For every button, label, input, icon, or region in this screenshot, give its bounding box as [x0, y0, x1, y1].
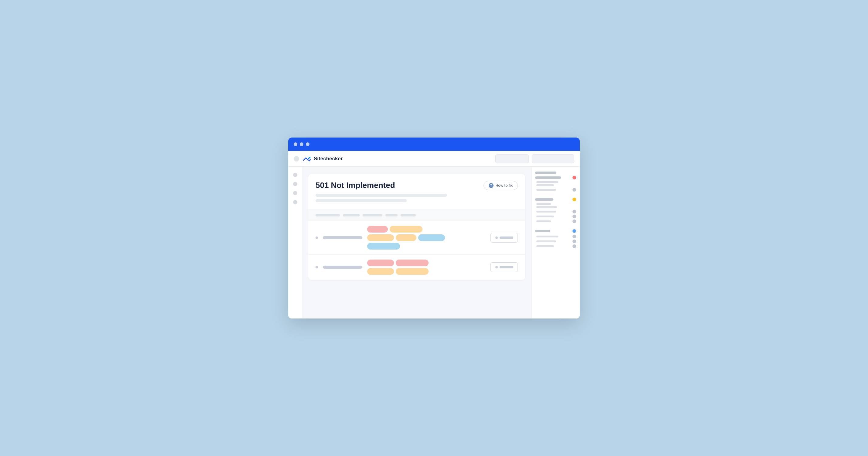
- sidebar-item-4[interactable]: [293, 200, 297, 204]
- panel-status-dot-orange: [572, 198, 576, 201]
- action-btn-icon-2: [495, 266, 498, 268]
- tag-orange-1: [390, 226, 423, 233]
- tag-pink-2: [367, 260, 394, 266]
- row-indicator-2: [315, 266, 318, 268]
- browser-toolbar: Sitechecker: [288, 151, 580, 167]
- panel-line-2a: [535, 198, 553, 201]
- toolbar-buttons: [495, 154, 574, 163]
- row-action-button-1[interactable]: [491, 233, 518, 242]
- action-btn-label-1: [500, 236, 513, 239]
- sidebar-item-2[interactable]: [293, 182, 297, 186]
- sitechecker-logo-icon: [303, 156, 311, 162]
- panel-row-2c: [536, 215, 576, 218]
- table-row-2: [308, 255, 525, 280]
- panel-dot-gray-4: [572, 220, 576, 223]
- panel-row-2b: [536, 210, 576, 214]
- subheader-col-1: [315, 214, 340, 217]
- tag-pink-1: [367, 226, 388, 233]
- row-label-2: [323, 266, 362, 269]
- right-panel: [531, 167, 580, 319]
- subheader-col-4: [385, 214, 398, 217]
- panel-section-1: [535, 171, 576, 192]
- tags-area-2: [367, 260, 486, 275]
- subheader-col-5: [401, 214, 416, 217]
- subheader-col-3: [363, 214, 382, 217]
- panel-sub-lines-2: [536, 203, 576, 223]
- tags-row-1b: [367, 234, 486, 241]
- traffic-dot-1: [294, 142, 297, 146]
- main-content: 501 Not Implemented ? How to fix: [302, 167, 531, 319]
- panel-section-2: [535, 198, 576, 223]
- panel-sub-line-2c: [536, 211, 556, 213]
- panel-sub-line-1b: [536, 184, 554, 186]
- panel-dot-gray-7: [572, 245, 576, 248]
- action-btn-label-2: [500, 266, 513, 268]
- table-row: [308, 221, 525, 255]
- sidebar: [288, 167, 302, 319]
- how-to-fix-button[interactable]: ? How to fix: [484, 181, 518, 190]
- panel-sub-line-3a: [536, 236, 558, 237]
- logo-text: Sitechecker: [314, 156, 343, 162]
- panel-sub-line-1c: [536, 189, 556, 191]
- panel-row-3b: [536, 235, 576, 238]
- panel-row-2d: [536, 220, 576, 223]
- panel-section-3: [535, 229, 576, 248]
- tags-row-2a: [367, 260, 486, 266]
- row-action-button-2[interactable]: [491, 262, 518, 272]
- panel-sub-lines-3: [536, 235, 576, 248]
- panel-dot-gray-1: [572, 188, 576, 192]
- browser-body: 501 Not Implemented ? How to fix: [288, 167, 580, 319]
- tag-orange-4: [367, 268, 394, 275]
- sidebar-item-3[interactable]: [293, 191, 297, 195]
- row-label-1: [323, 236, 362, 239]
- description-line-2: [315, 199, 407, 202]
- card-header: 501 Not Implemented ? How to fix: [308, 174, 525, 210]
- panel-sub-line-2d: [536, 216, 554, 217]
- panel-row-1b: [535, 176, 576, 180]
- card-subheader: [308, 210, 525, 221]
- panel-row-3a: [535, 229, 576, 233]
- panel-sub-line-3c: [536, 245, 554, 247]
- card-title: 501 Not Implemented: [315, 181, 395, 190]
- panel-row-3c: [536, 239, 576, 243]
- panel-sub-line-1a: [536, 181, 558, 183]
- tags-row-2b: [367, 268, 486, 275]
- panel-row-1c: [536, 188, 576, 192]
- panel-sub-lines-1: [536, 181, 576, 192]
- content-card: 501 Not Implemented ? How to fix: [308, 174, 525, 280]
- how-to-fix-label: How to fix: [495, 183, 513, 188]
- tags-row-1a: [367, 226, 486, 233]
- tag-blue-2: [367, 243, 400, 250]
- toolbar-button-2[interactable]: [532, 154, 574, 163]
- traffic-dot-2: [300, 142, 303, 146]
- panel-line-1b: [535, 176, 561, 179]
- tags-row-1c: [367, 243, 486, 250]
- panel-line-1a: [535, 171, 556, 174]
- panel-row-1a: [535, 171, 576, 174]
- toolbar-button-1[interactable]: [495, 154, 529, 163]
- tags-area-1: [367, 226, 486, 250]
- row-indicator-1: [315, 236, 318, 239]
- panel-line-3a: [535, 230, 550, 232]
- panel-sub-line-3b: [536, 240, 556, 242]
- card-title-row: 501 Not Implemented ? How to fix: [315, 181, 518, 190]
- panel-status-dot-blue: [572, 229, 576, 233]
- subheader-col-2: [343, 214, 360, 217]
- panel-sub-line-2a: [536, 203, 551, 205]
- browser-titlebar: [288, 137, 580, 151]
- tag-pink-3: [396, 260, 429, 266]
- toolbar-nav-circle: [294, 156, 299, 162]
- browser-window: Sitechecker 501 Not Implemented: [288, 137, 580, 319]
- panel-sub-line-2e: [536, 220, 551, 222]
- tag-orange-2: [367, 234, 394, 241]
- panel-dot-gray-3: [572, 215, 576, 218]
- traffic-dot-3: [306, 142, 309, 146]
- tag-orange-5: [396, 268, 429, 275]
- action-btn-icon-1: [495, 236, 498, 239]
- panel-sub-line-2b: [536, 206, 557, 208]
- sidebar-item-1[interactable]: [293, 173, 297, 177]
- panel-dot-gray-6: [572, 239, 576, 243]
- panel-dot-gray-5: [572, 235, 576, 238]
- description-line-1: [315, 194, 447, 197]
- panel-status-dot-red: [572, 176, 576, 180]
